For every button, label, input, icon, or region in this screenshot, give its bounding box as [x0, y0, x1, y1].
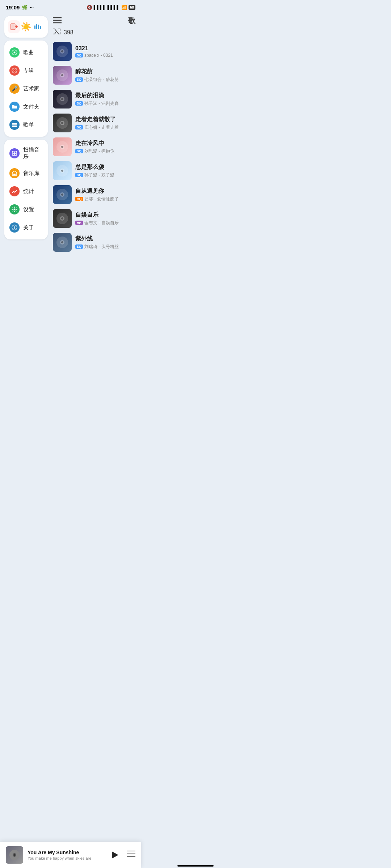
- song-meta: HQ 吕雯 - 爱情睡醒了: [75, 196, 135, 202]
- song-artist: 刘瑞琦 - 头号粉丝: [84, 244, 119, 250]
- header-right-button[interactable]: 歌: [128, 16, 135, 26]
- list-item[interactable]: 走着走着就散了 SQ 庄心妍 - 走着走着: [51, 111, 137, 135]
- status-right: 🔇 ▌▌▌▌ ▌▌▌▌ 📶 60: [87, 5, 135, 10]
- about-label: 关于: [23, 224, 34, 231]
- sidebar-utils-card: 扫描音乐 音乐库 统计 设置: [4, 140, 48, 239]
- signal-icon-1: ▌▌▌▌: [94, 5, 106, 10]
- quality-badge: SQ: [75, 125, 83, 129]
- song-meta: SQ 刘瑞琦 - 头号粉丝: [75, 244, 135, 250]
- scan-label: 扫描音乐: [23, 146, 43, 160]
- albums-label: 专辑: [23, 67, 34, 74]
- list-item[interactable]: 总是那么傻 SQ 孙子涵 - 双子涵: [51, 159, 137, 182]
- song-info: 自娱自乐 HR 金志文 - 自娱自乐: [75, 211, 135, 226]
- svg-rect-12: [12, 126, 17, 127]
- sidebar-top-card: ☀️: [4, 16, 48, 38]
- song-meta: SQ 孙子涵 - 涵剧先森: [75, 101, 135, 107]
- song-meta: SQ 孙子涵 - 双子涵: [75, 172, 135, 178]
- song-title: 醉花荫: [75, 68, 135, 76]
- svg-point-32: [61, 122, 63, 124]
- svg-rect-0: [10, 24, 15, 30]
- svg-point-9: [14, 70, 15, 71]
- svg-text:i: i: [14, 226, 15, 230]
- song-cover: [53, 209, 72, 228]
- song-artist: space x - 0321: [84, 53, 113, 58]
- folders-label: 文件夹: [23, 103, 39, 110]
- song-artist: 吕雯 - 爱情睡醒了: [85, 196, 119, 202]
- song-artist: 孙子涵 - 双子涵: [84, 172, 114, 178]
- header-menu-icon[interactable]: [53, 16, 62, 26]
- song-info: 走着走着就散了 SQ 庄心妍 - 走着走着: [75, 116, 135, 131]
- quality-badge: SQ: [75, 53, 83, 58]
- song-title: 走在冷风中: [75, 140, 135, 147]
- svg-rect-14: [13, 174, 16, 175]
- sidebar-item-folders[interactable]: 文件夹: [4, 98, 48, 116]
- song-info: 紫外线 SQ 刘瑞琦 - 头号粉丝: [75, 235, 135, 250]
- list-item[interactable]: 自娱自乐 HR 金志文 - 自娱自乐: [51, 207, 137, 230]
- quality-badge: SQ: [75, 101, 83, 106]
- equalizer-icon[interactable]: [32, 20, 44, 33]
- song-title: 自娱自乐: [75, 211, 135, 219]
- playlists-label: 歌单: [23, 122, 34, 128]
- list-item[interactable]: 最后的泪滴 SQ 孙子涵 - 涵剧先森: [51, 88, 137, 111]
- song-cover: [53, 42, 72, 61]
- battery-indicator: 60: [129, 5, 135, 10]
- content-panel: 歌 398 0321: [51, 16, 137, 839]
- shuffle-count: 398: [64, 29, 73, 36]
- song-list: 0321 SQ space x - 0321 醉花荫 SQ 七朵组合 - 醉花荫: [51, 40, 137, 839]
- sidebar-item-scan[interactable]: 扫描音乐: [4, 142, 48, 164]
- sidebar-item-settings[interactable]: 设置: [4, 200, 48, 218]
- content-header: 歌: [51, 16, 137, 29]
- svg-rect-11: [12, 124, 17, 125]
- svg-rect-10: [12, 123, 17, 124]
- status-bar: 19:09 🌿 ··· 🔇 ▌▌▌▌ ▌▌▌▌ 📶 60: [0, 0, 141, 13]
- svg-rect-4: [38, 25, 39, 29]
- list-item[interactable]: 0321 SQ space x - 0321: [51, 40, 137, 63]
- list-item[interactable]: 醉花荫 SQ 七朵组合 - 醉花荫: [51, 64, 137, 87]
- quality-badge: SQ: [75, 149, 83, 153]
- song-cover: [53, 161, 72, 180]
- svg-point-26: [61, 74, 63, 76]
- quality-badge: SQ: [75, 244, 83, 249]
- sidebar-menu-card: 歌曲 专辑 🎤 艺术家 文件夹: [4, 41, 48, 137]
- svg-point-29: [61, 98, 63, 100]
- song-meta: SQ 庄心妍 - 走着走着: [75, 124, 135, 131]
- sidebar-item-albums[interactable]: 专辑: [4, 61, 48, 80]
- list-item[interactable]: 自从遇见你 HQ 吕雯 - 爱情睡醒了: [51, 183, 137, 206]
- song-title: 自从遇见你: [75, 187, 135, 195]
- song-meta: SQ 刘思涵 - 拥抱你: [75, 148, 135, 154]
- song-meta: SQ space x - 0321: [75, 53, 135, 58]
- shuffle-icon[interactable]: [53, 29, 61, 36]
- settings-label: 设置: [23, 206, 34, 213]
- wifi-icon: 📶: [121, 5, 127, 10]
- song-title: 最后的泪滴: [75, 92, 135, 99]
- wechat-icon: 🌿: [22, 5, 28, 10]
- quality-badge: SQ: [75, 77, 83, 82]
- song-cover: [53, 114, 72, 132]
- song-artist: 金志文 - 自娱自乐: [84, 220, 119, 226]
- song-cover: [53, 66, 72, 85]
- list-item[interactable]: 紫外线 SQ 刘瑞琦 - 头号粉丝: [51, 231, 137, 254]
- song-info: 自从遇见你 HQ 吕雯 - 爱情睡醒了: [75, 187, 135, 202]
- more-icon: ···: [30, 5, 34, 10]
- svg-point-47: [61, 241, 63, 243]
- song-cover: [53, 233, 72, 252]
- exit-icon[interactable]: [8, 20, 20, 33]
- sidebar-item-songs[interactable]: 歌曲: [4, 43, 48, 61]
- quality-badge: HQ: [75, 197, 83, 201]
- songs-label: 歌曲: [23, 49, 34, 56]
- svg-point-23: [61, 50, 63, 52]
- weather-icon[interactable]: ☀️: [20, 20, 32, 33]
- main-layout: ☀️ 歌曲: [0, 13, 141, 842]
- status-left: 19:09 🌿 ···: [6, 4, 34, 10]
- song-meta: SQ 七朵组合 - 醉花荫: [75, 77, 135, 83]
- sidebar-item-about[interactable]: i 关于: [4, 218, 48, 237]
- sidebar-item-library[interactable]: 音乐库: [4, 164, 48, 182]
- song-info: 总是那么傻 SQ 孙子涵 - 双子涵: [75, 163, 135, 178]
- svg-point-41: [61, 193, 63, 196]
- list-item[interactable]: 走在冷风中 SQ 刘思涵 - 拥抱你: [51, 135, 137, 158]
- sidebar-item-stats[interactable]: 统计: [4, 182, 48, 200]
- mute-icon: 🔇: [87, 5, 92, 10]
- shuffle-row: 398: [51, 29, 137, 40]
- sidebar-item-playlists[interactable]: 歌单: [4, 116, 48, 134]
- sidebar-item-artists[interactable]: 🎤 艺术家: [4, 80, 48, 98]
